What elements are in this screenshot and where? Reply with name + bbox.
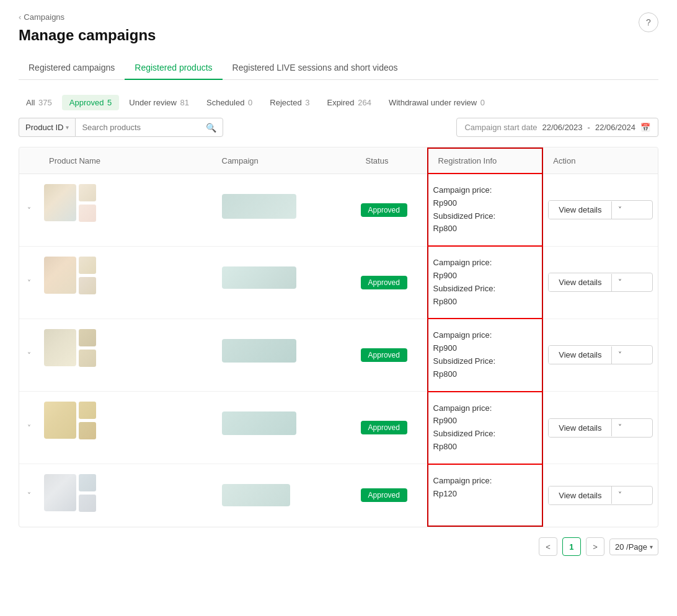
campaign-cell (212, 246, 356, 319)
status-tab-withdrawal[interactable]: Withdrawal under review 0 (381, 95, 492, 110)
view-details-arrow[interactable]: ˅ (611, 274, 628, 291)
current-page-button[interactable]: 1 (562, 537, 581, 556)
action-cell: View details ˅ (542, 319, 658, 391)
calendar-icon: 📅 (640, 123, 650, 132)
action-cell: View details ˅ (542, 392, 658, 464)
campaign-thumbnail (222, 194, 296, 219)
table-row: ˅ (19, 246, 658, 319)
action-cell: View details ˅ (542, 464, 658, 527)
breadcrumb-label[interactable]: Campaigns (24, 12, 64, 22)
col-action: Action (542, 148, 658, 174)
campaign-thumbnail (222, 484, 290, 506)
reg-info-text: Campaign price: Rp900 Subsidized Price: … (433, 257, 538, 308)
status-badge: Approved (361, 276, 407, 289)
search-icon: 🔍 (206, 123, 216, 133)
product-images (44, 474, 96, 512)
reg-info-text: Campaign price: Rp900 Subsidized Price: … (433, 402, 538, 454)
view-details-main[interactable]: View details (549, 201, 611, 219)
campaign-thumbnail (222, 411, 296, 435)
status-cell: Approved (356, 319, 428, 391)
table-row: ˅ (19, 464, 658, 527)
next-page-button[interactable]: > (586, 537, 604, 556)
view-details-main[interactable]: View details (549, 419, 611, 437)
view-details-main[interactable]: View details (549, 346, 611, 364)
status-tab-approved[interactable]: Approved 5 (62, 95, 120, 110)
product-name-cell (39, 464, 212, 527)
breadcrumb-arrow: ‹ (19, 12, 21, 22)
status-tab-under-review[interactable]: Under review 81 (122, 95, 197, 110)
view-details-main[interactable]: View details (549, 486, 611, 504)
status-filter-row: All 375 Approved 5 Under review 81 Sched… (19, 95, 658, 110)
campaign-cell (212, 319, 356, 391)
search-input-wrap: 🔍 (75, 118, 223, 137)
status-badge: Approved (361, 203, 407, 217)
status-tab-rejected[interactable]: Rejected 3 (262, 95, 317, 110)
view-details-arrow[interactable]: ˅ (611, 419, 628, 436)
view-details-arrow[interactable]: ˅ (611, 346, 628, 364)
col-reg-info: Registration Info (428, 148, 543, 174)
reg-info-cell: Campaign price: Rp900 Subsidized Price: … (428, 246, 543, 319)
tab-registered-products[interactable]: Registered products (125, 56, 222, 80)
campaign-cell (212, 464, 356, 527)
view-details-button[interactable]: View details ˅ (548, 486, 653, 505)
search-input[interactable] (82, 118, 206, 136)
product-name-cell (39, 319, 212, 391)
row-expand-icon[interactable]: ˅ (27, 424, 31, 433)
action-cell: View details ˅ (542, 174, 658, 246)
status-badge: Approved (361, 421, 407, 434)
search-date-row: Product ID ▾ 🔍 Campaign start date 22/06… (19, 118, 658, 137)
reg-info-cell: Campaign price: Rp900 Subsidized Price: … (428, 319, 543, 391)
reg-info-cell: Campaign price: Rp120 (428, 464, 543, 527)
row-expand-icon[interactable]: ˅ (27, 206, 31, 215)
help-button[interactable]: ? (639, 12, 658, 32)
search-filter-select[interactable]: Product ID ▾ (19, 118, 75, 137)
table-row: ˅ (19, 319, 658, 391)
prev-page-button[interactable]: < (539, 537, 557, 556)
date-filter[interactable]: Campaign start date 22/06/2023 - 22/06/2… (456, 118, 658, 137)
breadcrumb: ‹ Campaigns (19, 12, 658, 22)
product-images (44, 329, 96, 367)
row-expand-icon[interactable]: ˅ (27, 491, 31, 500)
product-name-cell (39, 392, 212, 464)
status-cell: Approved (356, 392, 428, 464)
status-tab-all[interactable]: All 375 (19, 95, 60, 110)
campaign-thumbnail (222, 266, 296, 289)
reg-info-text: Campaign price: Rp900 Subsidized Price: … (433, 184, 538, 235)
tab-registered-live[interactable]: Registered LIVE sessions and short video… (223, 56, 408, 80)
col-expand (19, 148, 39, 174)
reg-info-text: Campaign price: Rp120 (433, 475, 538, 501)
status-cell: Approved (356, 464, 428, 527)
campaign-cell (212, 174, 356, 246)
reg-info-cell: Campaign price: Rp900 Subsidized Price: … (428, 392, 543, 464)
view-details-button[interactable]: View details ˅ (548, 200, 653, 219)
reg-info-cell: Campaign price: Rp900 Subsidized Price: … (428, 174, 543, 246)
view-details-arrow[interactable]: ˅ (611, 201, 628, 219)
status-badge: Approved (361, 348, 407, 362)
col-product-name: Product Name (39, 148, 212, 174)
tab-registered-campaigns[interactable]: Registered campaigns (19, 56, 125, 80)
search-left: Product ID ▾ 🔍 (19, 118, 223, 137)
reg-info-text: Campaign price: Rp900 Subsidized Price: … (433, 329, 538, 381)
view-details-arrow[interactable]: ˅ (611, 486, 628, 504)
page-size-arrow: ▾ (650, 543, 653, 550)
row-expand-icon[interactable]: ˅ (27, 351, 31, 360)
view-details-button[interactable]: View details ˅ (548, 418, 653, 438)
date-to: 22/06/2024 (595, 123, 635, 132)
status-badge: Approved (361, 488, 407, 502)
date-filter-label: Campaign start date (464, 123, 537, 132)
status-tab-expired[interactable]: Expired 264 (319, 95, 378, 110)
col-campaign: Campaign (212, 148, 356, 174)
products-table: Product Name Campaign Status Registratio… (19, 147, 658, 527)
campaign-thumbnail (222, 339, 296, 363)
action-cell: View details ˅ (542, 246, 658, 319)
product-images (44, 257, 96, 294)
view-details-button[interactable]: View details ˅ (548, 345, 653, 364)
status-tab-scheduled[interactable]: Scheduled 0 (199, 95, 260, 110)
col-status: Status (356, 148, 428, 174)
page-title: Manage campaigns (19, 27, 658, 44)
page-size-select[interactable]: 20 /Page ▾ (609, 539, 658, 555)
view-details-button[interactable]: View details ˅ (548, 273, 653, 292)
view-details-main[interactable]: View details (549, 273, 611, 291)
row-expand-icon[interactable]: ˅ (27, 279, 31, 288)
product-name-cell (39, 174, 212, 246)
